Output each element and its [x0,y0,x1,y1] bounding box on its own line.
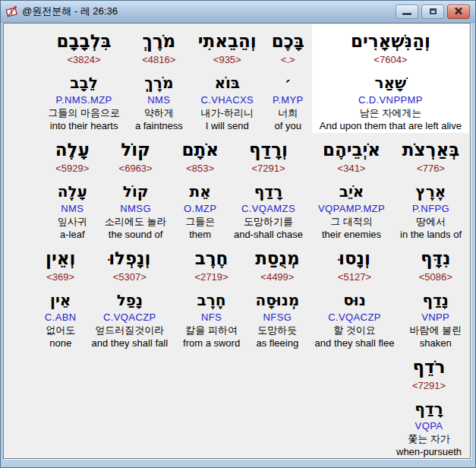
parsing-code: NMSG [105,203,167,216]
word-cell[interactable]: בְּאַרְצֹת<776>אֶרֶץP.NFPG땅에서in the land… [392,133,469,242]
word-cell[interactable]: עָלֶה<5929>עָלֶהNMS잎사귀a-leaf [48,133,97,242]
hebrew-lemma: מְנוּסָה [255,289,299,311]
parsing-code: NMS [135,94,183,107]
korean-gloss: 그 대적의 [318,216,385,229]
parsing-code: C.D.VNPPMP [320,94,462,107]
strongs-number: <4816> [135,55,183,66]
korean-gloss: 너희 [272,107,304,120]
word-row: רֹדֵף<7291>רָדַףVQPA쫓는 자가when-pursueth [5,350,469,459]
parsing-code: P.NFPG [400,203,462,216]
strongs-number: <935> [198,55,257,66]
hebrew-lemma: רָדַף [234,180,303,203]
titlebar[interactable]: @원전분해 - 레 26:36 [1,1,475,23]
hebrew-word: וְנָפְלוּ [92,246,168,272]
analysis-content: וְהַנִּשְׁאָרִים<7604>שָׁאַרC.D.VNPPMP남은… [3,23,471,459]
hebrew-lemma: נוּס [315,289,395,311]
english-gloss: when-pursueth [396,446,462,458]
korean-gloss: 그들은 [181,216,218,229]
strongs-number: <.> [272,55,304,66]
korean-gloss: 도망하기를 [234,216,303,229]
hebrew-lemma: רָדַף [396,397,462,420]
word-cell[interactable]: אֹתָם<853>אֵתO.MZP그들은them [174,133,225,242]
strongs-number: <7291> [234,163,303,175]
english-gloss: from a sword [183,337,240,349]
korean-gloss: 쫓는 자가 [396,433,462,446]
close-icon [454,6,463,17]
korean-gloss: 소리에도 놀라 [105,216,167,229]
hebrew-word: וְהַנִּשְׁאָרִים [320,29,462,55]
word-cell[interactable]: וְאֵין<369>אֵיןC.ABN없어도none [37,242,84,350]
parsing-code: NMS [55,203,90,216]
parsing-code: P.NMS.MZP [48,94,120,107]
hebrew-word: עָלֶה [55,138,90,163]
hebrew-lemma: עָלֶה [55,180,90,203]
hebrew-word: וְרָדַף [234,138,303,163]
english-gloss: and they shall fall [92,337,168,349]
english-gloss: a-leaf [55,229,90,241]
hebrew-lemma: אֵין [45,289,77,311]
word-cell[interactable]: וְרָדַף<7291>רָדַףC.VQAMZS도망하기를and-shall… [226,133,311,242]
korean-gloss: 도망하듯 [255,324,299,337]
word-row: וְהַנִּשְׁאָרִים<7604>שָׁאַרC.D.VNPPMP남은… [5,24,469,133]
english-gloss: in the lands of [400,229,462,241]
word-cell[interactable]: נִדָּף<5086>נָדַףVNPP바람에 불린shaken [402,242,469,350]
window-title: @원전분해 - 레 26:36 [22,5,396,18]
minimize-button[interactable] [396,5,418,19]
english-gloss: and-shall chase [234,229,303,241]
maximize-button[interactable] [421,5,444,19]
hebrew-word: מְנֻסַת [255,246,299,272]
parsing-code: O.MZP [181,203,218,216]
strongs-number: <4499> [255,272,299,283]
hebrew-lemma: אֹיֵב [318,180,385,203]
hebrew-word: בִּלְבָבָם [48,29,120,55]
hebrew-lemma: שָׁאַר [320,71,462,94]
word-cell[interactable]: וְנָסוּ<5127>נוּסC.VQACZP할 것이요and they s… [307,242,402,350]
word-cell[interactable]: בָּכֶם<.>׳P.MYP너희of you [264,24,312,133]
korean-gloss: 잎사귀 [55,216,90,229]
word-cell[interactable]: רֹדֵף<7291>רָדַףVQPA쫓는 자가when-pursueth [389,350,469,459]
word-cell[interactable]: מְנֻסַת<4499>מְנוּסָהNFSG도망하듯as fleeing [247,242,307,350]
korean-gloss: 할 것이요 [315,324,395,337]
korean-gloss: 없어도 [45,324,77,337]
korean-gloss: 바람에 불린 [409,324,462,337]
english-gloss: as fleeing [255,337,299,349]
parsing-code: VQPA [396,420,462,433]
strongs-number: <5929> [55,163,90,175]
korean-gloss: 엎드러질것이라 [92,324,168,337]
strongs-number: <2719> [183,272,240,283]
hebrew-word: מֹרֶךְ [135,29,183,55]
word-row: נִדָּף<5086>נָדַףVNPP바람에 불린shakenוְנָסוּ… [5,242,469,350]
word-grid: וְהַנִּשְׁאָרִים<7604>שָׁאַרC.D.VNPPMP남은… [4,24,470,459]
hebrew-lemma: מֹרֶךְ [135,71,183,94]
word-cell[interactable]: קוֹל<6963>קוֹלNMSG소리에도 놀라the sound of [97,133,175,242]
close-button[interactable] [447,5,470,19]
parsing-code: C.ABN [45,311,77,324]
english-gloss: And upon them that are left alive [320,120,462,132]
word-cell[interactable]: וְנָפְלוּ<5307>נָפַלC.VQACZP엎드러질것이라and t… [84,242,175,350]
hebrew-lemma: אֶרֶץ [400,180,462,203]
word-cell[interactable]: בִּלְבָבָם<3824>לֵבָבP.NMS.MZP그들의 마음으로in… [40,24,128,133]
parsing-code: C.VHACXS [198,94,257,107]
strongs-number: <5127> [315,272,395,283]
word-cell[interactable]: חֶרֶב<2719>חֶרֶבNFS칼을 피하여from a sword [175,242,247,350]
word-cell[interactable]: וְהֵבֵאתִי<935>בּוֹאC.VHACXS내가-하리니I will… [191,24,264,133]
parsing-code: VNPP [409,311,462,324]
hebrew-lemma: נָדַף [409,289,462,311]
strongs-number: <6963> [105,163,167,175]
strongs-number: <341> [318,163,385,175]
analysis-window: @원전분해 - 레 26:36 וְהַנִּשְׁאָרִים<7604>שָ… [0,0,476,468]
english-gloss: I will send [198,120,257,132]
word-cell[interactable]: אֹיְבֵיהֶם<341>אֹיֵבVQPAMP.MZP그 대적의their… [311,133,392,242]
parsing-code: C.VQAMZS [234,203,303,216]
strongs-number: <369> [45,272,77,283]
strongs-number: <5086> [409,272,462,283]
strongs-number: <7291> [396,381,462,392]
english-gloss: their enemies [318,229,385,241]
app-book-icon[interactable] [5,5,18,18]
parsing-code: VQPAMP.MZP [318,203,385,216]
parsing-code: NFS [183,311,240,324]
strongs-number: <5307> [92,272,168,283]
word-cell-selected[interactable]: וְהַנִּשְׁאָרִים<7604>שָׁאַרC.D.VNPPMP남은… [312,24,469,133]
korean-gloss: 그들의 마음으로 [48,107,120,120]
word-cell[interactable]: מֹרֶךְ<4816>מֹרֶךְNMS약하게a faintness [128,24,191,133]
